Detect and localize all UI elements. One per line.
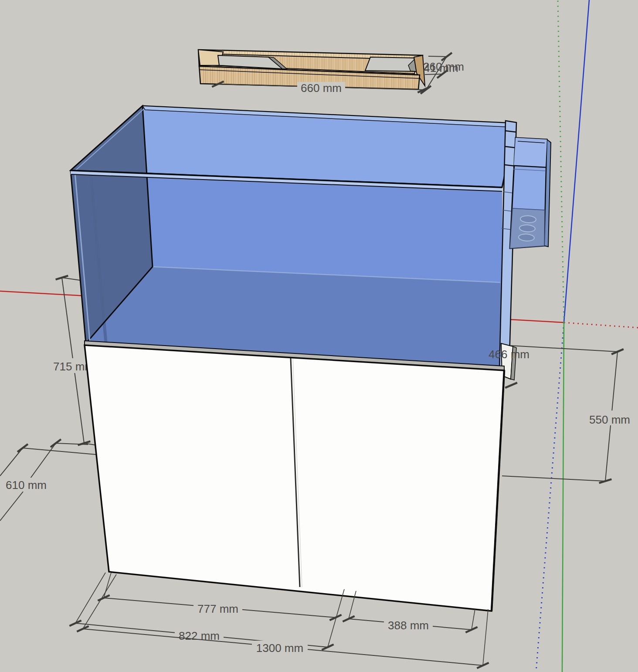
dimension-label-41[interactable]: 41 mm: [424, 61, 458, 75]
cabinet-door-left[interactable]: [87, 349, 299, 586]
dimension-label-610[interactable]: 610 mm: [6, 479, 47, 492]
dimension-label-550[interactable]: 550 mm: [589, 413, 630, 426]
dimension-label-660[interactable]: 660 mm: [301, 81, 342, 95]
cabinet-door-right[interactable]: [293, 361, 502, 609]
stand-cabinet[interactable]: [85, 341, 504, 611]
dimension-label-777[interactable]: 777 mm: [197, 602, 238, 615]
bulkhead-holes: [519, 215, 536, 241]
cad-viewport[interactable]: 715 mm 610 mm m: [0, 0, 638, 672]
dimension-label-1300[interactable]: 1300 mm: [256, 641, 303, 655]
dimension-label-466[interactable]: 466 mm: [489, 348, 529, 361]
model-canvas[interactable]: 715 mm 610 mm m: [0, 0, 638, 672]
dimension-label-388[interactable]: 388 mm: [388, 619, 429, 632]
glass-aquarium[interactable]: [71, 106, 516, 371]
external-overflow-box[interactable]: [510, 138, 551, 248]
